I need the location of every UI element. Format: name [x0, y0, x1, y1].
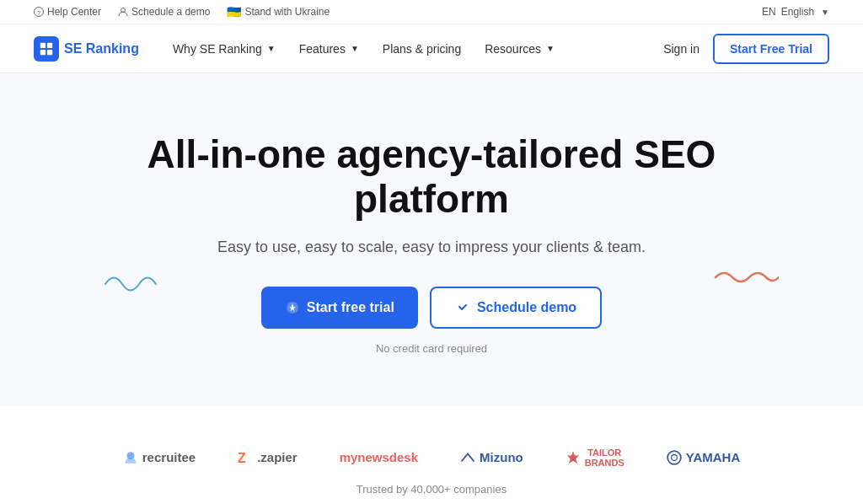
brand-yamaha: YAMAHA: [667, 450, 740, 465]
svg-text:Z: Z: [238, 450, 246, 464]
logo-text: SE Ranking: [64, 41, 139, 56]
svg-text:?: ?: [37, 10, 40, 16]
svg-rect-4: [47, 42, 52, 47]
logo-icon: [34, 36, 59, 62]
chevron-resources-icon: ▼: [546, 44, 555, 53]
chevron-why-icon: ▼: [267, 44, 276, 53]
top-bar-left: ? Help Center Schedule a demo 🇺🇦 Stand w…: [34, 5, 330, 19]
start-free-trial-button[interactable]: Start free trial: [261, 287, 418, 329]
trusted-text: Trusted by 40,000+ companies: [34, 483, 829, 496]
hero-title: All-in-one agency-tailored SEO platform: [115, 132, 748, 222]
ukraine-flag: 🇺🇦: [227, 5, 241, 19]
language-name: English: [781, 6, 814, 18]
brand-zapier: Z .zapier: [238, 450, 297, 465]
help-center-link[interactable]: ? Help Center: [34, 6, 101, 18]
brand-mynewsdesk: mynewsdesk: [340, 450, 418, 464]
nav-left: SE Ranking Why SE Ranking ▼ Features ▼ P…: [34, 35, 565, 62]
yamaha-icon: [667, 450, 682, 465]
stand-ukraine-link[interactable]: 🇺🇦 Stand with Ukraine: [227, 5, 330, 19]
nav-right: Sign in Start Free Trial: [663, 34, 829, 64]
schedule-demo-text: Schedule a demo: [131, 6, 210, 18]
svg-rect-5: [40, 49, 46, 54]
tailor-brands-icon: [566, 450, 581, 465]
nav-why-label: Why SE Ranking: [173, 42, 262, 56]
sign-in-link[interactable]: Sign in: [663, 42, 700, 56]
logo[interactable]: SE Ranking: [34, 36, 139, 62]
brand-recruitee: recruitee: [123, 450, 196, 465]
brands-logos: recruitee Z .zapier mynewsdesk Mizuno TA…: [34, 448, 829, 468]
svg-point-11: [671, 454, 677, 460]
nav-item-resources[interactable]: Resources ▼: [474, 35, 565, 62]
nav-item-pricing[interactable]: Plans & pricing: [373, 35, 471, 62]
brands-section: recruitee Z .zapier mynewsdesk Mizuno TA…: [0, 405, 863, 504]
brand-mizuno: Mizuno: [460, 450, 523, 465]
nav-start-free-trial-button[interactable]: Start Free Trial: [713, 34, 829, 64]
help-center-text: Help Center: [47, 6, 101, 18]
top-bar: ? Help Center Schedule a demo 🇺🇦 Stand w…: [0, 0, 863, 24]
brand-tailor-brands: TAILORBRANDS: [566, 448, 624, 468]
zapier-icon: Z: [238, 450, 253, 465]
person-icon: [118, 7, 128, 17]
hero-buttons: Start free trial Schedule demo: [34, 287, 829, 329]
rocket-icon: [285, 300, 300, 315]
svg-rect-6: [47, 49, 52, 54]
mizuno-icon: [460, 450, 475, 465]
stand-ukraine-text: Stand with Ukraine: [244, 6, 330, 18]
logo-svg: [39, 41, 54, 56]
nav-item-why[interactable]: Why SE Ranking ▼: [163, 35, 286, 62]
start-free-trial-label: Start free trial: [307, 300, 394, 315]
schedule-demo-link[interactable]: Schedule a demo: [118, 6, 210, 18]
chevron-down-icon: ▼: [821, 8, 829, 17]
nav-features-label: Features: [299, 42, 346, 56]
schedule-demo-label: Schedule demo: [477, 300, 576, 315]
chevron-features-icon: ▼: [351, 44, 359, 53]
nav-resources-label: Resources: [485, 42, 541, 56]
hero-section: All-in-one agency-tailored SEO platform …: [0, 73, 863, 405]
nav-links: Why SE Ranking ▼ Features ▼ Plans & pric…: [163, 35, 565, 62]
language-selector[interactable]: EN English ▼: [762, 6, 829, 18]
nav-pricing-label: Plans & pricing: [383, 42, 461, 56]
hero-subtitle: Easy to use, easy to scale, easy to impr…: [34, 239, 829, 256]
language-code: EN: [762, 6, 776, 18]
recruitee-icon: [123, 450, 138, 465]
navbar: SE Ranking Why SE Ranking ▼ Features ▼ P…: [0, 24, 863, 73]
calendar-icon: [455, 300, 470, 315]
help-icon: ?: [34, 7, 44, 17]
svg-point-10: [667, 451, 681, 464]
squiggle-right-icon: [711, 267, 779, 288]
no-credit-text: No credit card required: [34, 342, 829, 355]
svg-rect-3: [40, 42, 46, 47]
schedule-demo-button[interactable]: Schedule demo: [430, 287, 602, 329]
nav-item-features[interactable]: Features ▼: [289, 35, 369, 62]
